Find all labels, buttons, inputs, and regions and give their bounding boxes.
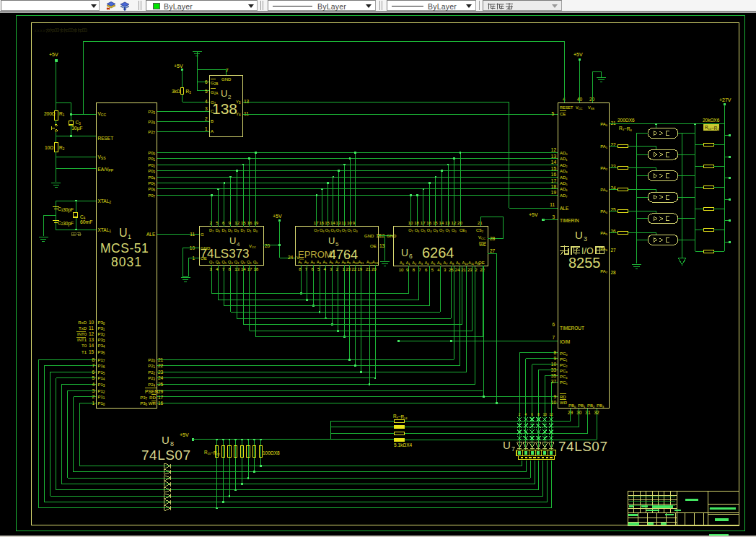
svg-text:2: 2 xyxy=(228,94,232,100)
svg-text:PA6: PA6 xyxy=(600,247,608,252)
svg-text:18: 18 xyxy=(253,267,258,271)
svg-text:G2A: G2A xyxy=(211,90,218,95)
svg-text:A0: A0 xyxy=(400,261,405,266)
svg-text:O1: O1 xyxy=(348,228,353,233)
svg-text:A2: A2 xyxy=(412,261,417,266)
svg-text:25: 25 xyxy=(158,382,164,387)
svg-text:AD5: AD5 xyxy=(560,181,568,186)
svg-text:U: U xyxy=(229,235,236,246)
svg-text:VCC: VCC xyxy=(296,256,304,261)
svg-text:A8: A8 xyxy=(341,260,346,265)
svg-text:MCS-51: MCS-51 xyxy=(100,241,149,256)
svg-text:A10: A10 xyxy=(462,261,469,266)
svg-text:22: 22 xyxy=(611,142,617,147)
svg-text:23: 23 xyxy=(346,267,351,271)
svg-text:P01: P01 xyxy=(148,157,155,162)
svg-text:A9: A9 xyxy=(346,260,351,265)
svg-text:TIMEROUT: TIMEROUT xyxy=(560,326,584,331)
svg-text:40: 40 xyxy=(577,97,583,102)
svg-text:D2: D2 xyxy=(241,228,246,233)
svg-text:P07: P07 xyxy=(148,193,155,198)
svg-text:P30: P30 xyxy=(98,320,105,326)
svg-text:25: 25 xyxy=(611,207,617,212)
svg-text:PC0: PC0 xyxy=(560,352,568,357)
svg-text:D6: D6 xyxy=(216,228,221,233)
svg-text:200ΩX6: 200ΩX6 xyxy=(617,118,635,123)
svg-text:3: 3 xyxy=(552,214,555,219)
svg-text:28: 28 xyxy=(611,270,617,275)
svg-text:Q3: Q3 xyxy=(234,260,239,265)
svg-text:A6: A6 xyxy=(437,261,442,266)
svg-text:200Ω: 200Ω xyxy=(44,111,56,116)
svg-text:Y4: Y4 xyxy=(236,112,241,117)
svg-text:74LS07: 74LS07 xyxy=(558,439,608,454)
svg-text:A4: A4 xyxy=(317,260,322,265)
svg-text:D3: D3 xyxy=(234,228,239,233)
svg-text:11: 11 xyxy=(89,326,94,331)
svg-text:GND: GND xyxy=(201,246,211,250)
svg-text:O7: O7 xyxy=(314,228,319,233)
svg-text:O2: O2 xyxy=(342,228,347,233)
svg-text:CE1: CE1 xyxy=(460,228,467,233)
svg-text:O3: O3 xyxy=(433,228,438,233)
svg-text:20: 20 xyxy=(265,243,271,248)
svg-text:PA1: PA1 xyxy=(600,144,608,149)
svg-text:33: 33 xyxy=(551,367,557,372)
svg-text:5: 5 xyxy=(92,375,94,380)
svg-text:15: 15 xyxy=(325,221,330,225)
svg-text:20: 20 xyxy=(457,221,462,225)
svg-text:GND: GND xyxy=(221,77,232,82)
svg-text:PA7: PA7 xyxy=(600,269,608,274)
svg-text:13: 13 xyxy=(234,267,239,271)
svg-text:17: 17 xyxy=(158,395,164,400)
svg-text:U: U xyxy=(221,88,227,99)
svg-text:13: 13 xyxy=(379,243,385,248)
svg-text:2: 2 xyxy=(92,394,94,399)
svg-text:PA4: PA4 xyxy=(600,209,608,214)
svg-text:29: 29 xyxy=(158,389,164,394)
svg-text:27: 27 xyxy=(490,248,496,253)
svg-text:8255: 8255 xyxy=(568,255,601,271)
svg-text:U: U xyxy=(162,434,170,446)
svg-text:XTAL2: XTAL2 xyxy=(98,198,112,204)
svg-text:23: 23 xyxy=(158,370,164,375)
svg-text:7: 7 xyxy=(226,68,229,73)
svg-text:P15: P15 xyxy=(98,370,105,375)
svg-text:Q1: Q1 xyxy=(247,260,252,265)
svg-text:16: 16 xyxy=(426,221,431,225)
svg-text:11: 11 xyxy=(190,232,195,237)
svg-text:21: 21 xyxy=(611,121,617,126)
svg-text:P25: P25 xyxy=(148,110,155,115)
svg-text:PC4: PC4 xyxy=(560,375,568,380)
svg-text:VCC: VCC xyxy=(478,235,485,240)
svg-text:5: 5 xyxy=(551,111,554,116)
svg-text:20: 20 xyxy=(372,267,377,271)
svg-text:INT0: INT0 xyxy=(77,332,87,336)
svg-text:A7: A7 xyxy=(335,260,340,265)
svg-text:15: 15 xyxy=(551,166,557,171)
svg-text:6: 6 xyxy=(92,370,94,375)
svg-text:PC2: PC2 xyxy=(560,363,568,368)
svg-text:PC5: PC5 xyxy=(560,380,568,385)
svg-text:P22: P22 xyxy=(148,370,155,375)
svg-text:60mF: 60mF xyxy=(80,219,92,224)
svg-text:2: 2 xyxy=(205,116,208,121)
svg-text:+5V: +5V xyxy=(273,214,282,219)
svg-text:GND: GND xyxy=(387,234,397,238)
svg-text:O5: O5 xyxy=(421,228,426,233)
svg-text:14: 14 xyxy=(551,160,557,165)
svg-text:10: 10 xyxy=(408,221,413,225)
svg-text:U: U xyxy=(575,229,583,241)
svg-text:24: 24 xyxy=(455,268,460,272)
svg-text:17: 17 xyxy=(314,221,319,225)
svg-text:P32: P32 xyxy=(98,332,105,337)
svg-text:O4: O4 xyxy=(427,228,432,233)
svg-text:19: 19 xyxy=(253,221,258,225)
svg-text:A13: A13 xyxy=(372,260,379,265)
svg-text:Q4: Q4 xyxy=(228,260,233,265)
svg-text:12: 12 xyxy=(549,413,553,416)
svg-text:O0: O0 xyxy=(353,228,358,233)
svg-text:PB1: PB1 xyxy=(578,403,586,409)
svg-text:10Ω: 10Ω xyxy=(45,145,53,150)
svg-text:VCC: VCC xyxy=(98,111,107,117)
